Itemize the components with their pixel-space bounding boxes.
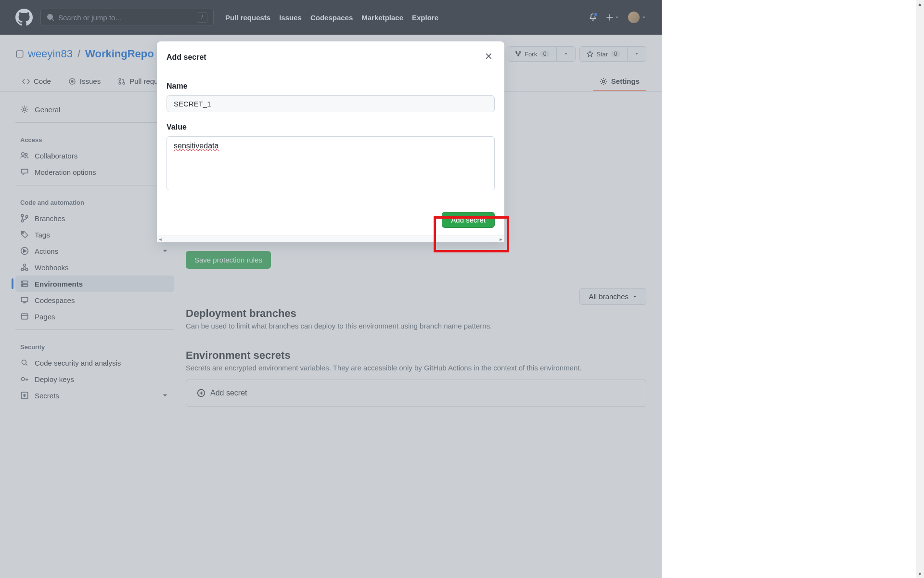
- scroll-down-arrow[interactable]: ▼: [916, 570, 924, 578]
- secret-name-input[interactable]: [167, 95, 495, 112]
- secret-value-label: Value: [167, 123, 495, 131]
- modal-title: Add secret: [167, 53, 206, 62]
- annotation-highlight: [434, 216, 509, 252]
- modal-close-button[interactable]: [482, 50, 495, 64]
- close-icon: [484, 52, 493, 61]
- secret-name-label: Name: [167, 82, 495, 91]
- scrollbar-track[interactable]: [916, 8, 924, 570]
- secret-value-textarea[interactable]: sensitivedata: [167, 136, 495, 190]
- secret-value-text: sensitivedata: [174, 142, 218, 150]
- browser-scrollbar[interactable]: ▲ ▼: [916, 0, 924, 578]
- scroll-left-arrow[interactable]: ◄: [157, 236, 164, 242]
- scroll-up-arrow[interactable]: ▲: [916, 0, 924, 8]
- add-secret-modal: Add secret Name Value sensitivedata Add …: [157, 41, 504, 242]
